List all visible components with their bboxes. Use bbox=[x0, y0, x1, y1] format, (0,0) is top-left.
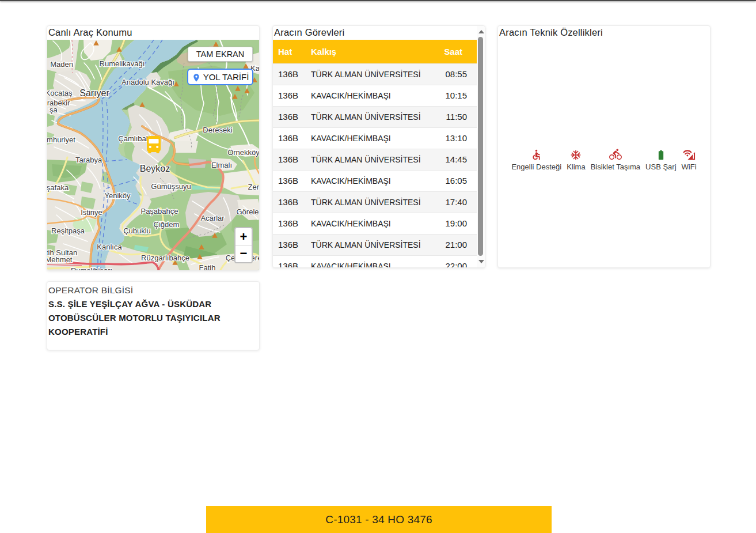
svg-text:Beykoz: Beykoz bbox=[140, 164, 170, 173]
svg-text:Acarlar: Acarlar bbox=[200, 214, 225, 222]
svg-text:Rüzgarlıbahçe: Rüzgarlıbahçe bbox=[141, 254, 189, 262]
svg-text:mhuriyet: mhuriyet bbox=[47, 135, 75, 144]
svg-text:Maden: Maden bbox=[50, 60, 73, 69]
svg-text:şa: şa bbox=[50, 105, 58, 114]
svg-text:Kanlıca: Kanlıca bbox=[97, 243, 122, 251]
svg-text:Çiğdem: Çiğdem bbox=[154, 220, 180, 229]
svg-text:Anadolu Kavağı: Anadolu Kavağı bbox=[121, 78, 174, 86]
svg-text:İstinye: İstinye bbox=[81, 208, 102, 217]
svg-text:Tarabya: Tarabya bbox=[75, 156, 102, 164]
svg-text:Gümüşsuyu: Gümüşsuyu bbox=[151, 182, 191, 191]
svg-text:Mehmet: Mehmet bbox=[47, 255, 73, 264]
svg-text:Yeniköy: Yeniköy bbox=[104, 191, 131, 200]
svg-text:Elmalı: Elmalı bbox=[211, 161, 232, 169]
svg-text:Çubuklu: Çubuklu bbox=[123, 226, 151, 235]
svg-text:Zer: Zer bbox=[248, 183, 260, 191]
svg-text:Reşitpaşa: Reşitpaşa bbox=[51, 226, 85, 235]
svg-text:Rumelihisarı: Rumelihisarı bbox=[71, 266, 112, 271]
svg-text:Kocataş: Kocataş bbox=[47, 89, 73, 97]
svg-text:şafaka: şafaka bbox=[47, 183, 69, 192]
svg-text:Dereseki: Dereseki bbox=[203, 126, 232, 134]
svg-text:Sarıyer: Sarıyer bbox=[79, 88, 109, 98]
svg-text:Paşabahçe: Paşabahçe bbox=[140, 207, 178, 216]
svg-text:Fatih: Fatih bbox=[199, 263, 216, 271]
svg-text:Görele: Görele bbox=[236, 207, 259, 216]
svg-text:Örnekköy: Örnekköy bbox=[227, 148, 259, 157]
svg-text:Çe: Çe bbox=[226, 254, 235, 262]
svg-text:Rumelikavağı: Rumelikavağı bbox=[100, 59, 145, 68]
